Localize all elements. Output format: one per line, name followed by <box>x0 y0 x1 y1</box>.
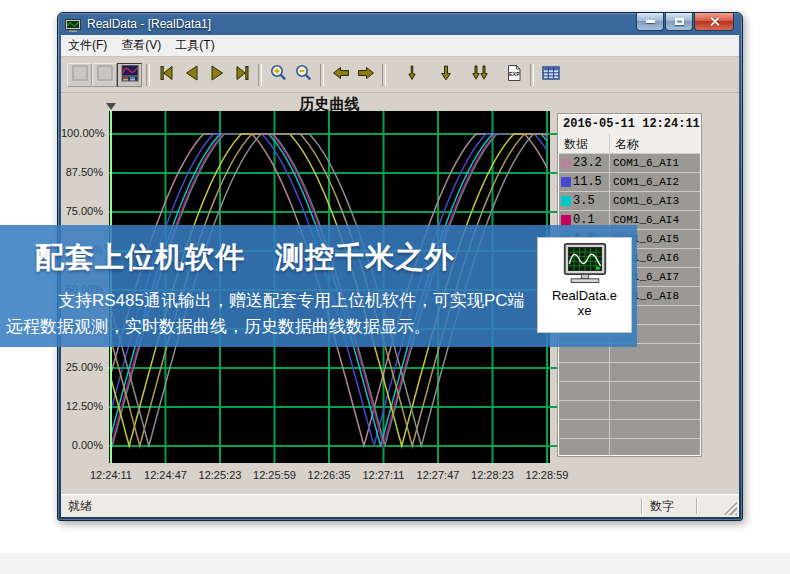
menu-file[interactable]: 文件(F) <box>61 35 114 56</box>
series-color-swatch <box>561 196 571 206</box>
down-thin-button[interactable] <box>399 63 424 87</box>
x-axis-label: 12:27:11 <box>354 469 414 481</box>
minimize-button[interactable] <box>636 13 664 31</box>
zoom-out-icon <box>294 63 314 87</box>
column-header-name: 名称 <box>609 134 700 153</box>
table-row[interactable] <box>559 382 700 401</box>
series-color-swatch <box>561 158 571 168</box>
resize-grip[interactable] <box>723 501 737 515</box>
y-axis-label: 75.00% <box>61 205 103 217</box>
data-table-button[interactable] <box>538 63 563 87</box>
close-icon <box>709 16 720 27</box>
toolbar-separator <box>320 64 324 86</box>
cursor-marker-icon[interactable] <box>106 103 116 110</box>
toolbar-separator <box>146 64 150 86</box>
exe-shortcut: RealData.e xe <box>537 237 632 333</box>
down-double-button[interactable] <box>467 63 492 87</box>
prev-icon <box>182 63 202 87</box>
window-title: RealData - [RealData1] <box>87 17 211 31</box>
arrow-left-icon <box>331 63 351 87</box>
y-axis-label: 0.00% <box>61 439 103 451</box>
exe-label-line1: RealData.e <box>552 288 617 303</box>
maximize-button[interactable] <box>665 13 693 31</box>
page-section-divider <box>0 553 790 574</box>
status-mode: 数字 <box>642 498 696 515</box>
blank-icon <box>95 63 115 87</box>
x-axis-label: 12:25:59 <box>245 469 305 481</box>
zoom-in-icon <box>269 63 289 87</box>
series-color-swatch <box>561 177 571 187</box>
toolbar-separator <box>258 64 262 86</box>
status-text: 就绪 <box>61 498 641 515</box>
blank-icon <box>70 63 90 87</box>
export-icon: EXP <box>504 63 524 87</box>
window-titlebar[interactable]: RealData - [RealData1] <box>58 13 742 35</box>
realdata-monitor-icon <box>559 242 611 288</box>
svg-text:EXP: EXP <box>509 71 520 77</box>
pan-right-button[interactable] <box>353 63 378 87</box>
x-axis-label: 12:25:23 <box>190 469 250 481</box>
x-axis-label: 12:28:23 <box>463 469 523 481</box>
placeholder-button-1[interactable] <box>67 63 92 87</box>
arrow-down-thin-icon <box>402 63 422 87</box>
x-axis-label: 12:27:47 <box>408 469 468 481</box>
status-bar: 就绪 数字 <box>61 494 739 517</box>
pan-left-button[interactable] <box>328 63 353 87</box>
cell-name: COM1_6_AI2 <box>613 176 679 188</box>
last-icon <box>232 63 252 87</box>
cell-value: 11.5 <box>573 175 602 189</box>
table-row[interactable] <box>559 439 700 456</box>
x-axis-label: 12:24:11 <box>81 469 141 481</box>
cell-name: COM1_6_AI3 <box>613 195 679 207</box>
cell-name: COM1_6_AI1 <box>613 157 679 169</box>
cursor-timestamp: 2016-05-11 12:24:11 <box>559 115 700 134</box>
arrow-down-double-icon <box>470 63 490 87</box>
table-header: 数据 名称 <box>559 134 700 154</box>
app-icon <box>65 18 81 31</box>
close-button[interactable] <box>694 13 734 31</box>
table-row[interactable] <box>559 363 700 382</box>
y-axis-label: 12.50% <box>61 400 103 412</box>
y-axis-label: 25.00% <box>61 361 103 373</box>
arrow-down-icon <box>436 63 456 87</box>
x-axis-label: 12:24:47 <box>136 469 196 481</box>
go-previous-button[interactable] <box>179 63 204 87</box>
first-icon <box>157 63 177 87</box>
toolbar-separator <box>530 64 534 86</box>
go-first-button[interactable] <box>154 63 179 87</box>
menu-tools[interactable]: 工具(T) <box>168 35 221 56</box>
column-header-data: 数据 <box>559 134 609 153</box>
go-next-button[interactable] <box>204 63 229 87</box>
toolbar: EXP <box>61 57 739 93</box>
placeholder-button-2[interactable] <box>92 63 117 87</box>
statusbar-divider <box>696 498 697 514</box>
x-axis-label: 12:28:59 <box>517 469 577 481</box>
table-icon <box>541 63 561 87</box>
table-row[interactable] <box>559 420 700 439</box>
chart-display-icon <box>120 63 140 87</box>
minimize-icon <box>646 20 655 23</box>
next-icon <box>207 63 227 87</box>
table-row[interactable] <box>559 401 700 420</box>
curve-view-button[interactable] <box>117 63 142 87</box>
export-button[interactable]: EXP <box>501 63 526 87</box>
x-axis-label: 12:26:35 <box>299 469 359 481</box>
table-row[interactable]: 3.5COM1_6_AI3 <box>559 192 700 211</box>
y-axis-label: 87.50% <box>61 166 103 178</box>
table-row[interactable]: 11.5COM1_6_AI2 <box>559 173 700 192</box>
menu-view[interactable]: 查看(V) <box>114 35 168 56</box>
series-color-swatch <box>561 215 571 225</box>
cell-value: 3.5 <box>573 194 595 208</box>
toolbar-separator <box>382 64 386 86</box>
cell-value: 23.2 <box>573 156 602 170</box>
table-row[interactable]: 23.2COM1_6_AI1 <box>559 154 700 173</box>
menu-bar: 文件(F)查看(V)工具(T) <box>61 35 739 57</box>
exe-label-line2: xe <box>578 303 592 318</box>
zoom-out-button[interactable] <box>291 63 316 87</box>
arrow-right-icon <box>356 63 376 87</box>
zoom-in-button[interactable] <box>266 63 291 87</box>
go-last-button[interactable] <box>229 63 254 87</box>
maximize-icon <box>675 18 684 25</box>
y-axis-label: 100.00% <box>61 127 103 139</box>
down-button[interactable] <box>433 63 458 87</box>
